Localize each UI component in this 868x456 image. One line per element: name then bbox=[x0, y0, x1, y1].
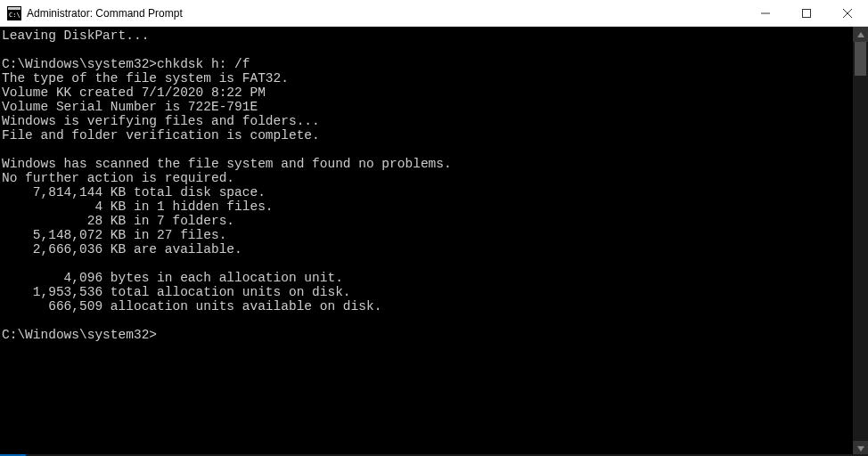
window-title: Administrator: Command Prompt bbox=[27, 7, 183, 20]
window-controls bbox=[745, 0, 868, 26]
terminal-output[interactable]: Leaving DiskPart... C:\Windows\system32>… bbox=[0, 27, 853, 456]
svg-marker-7 bbox=[857, 32, 864, 37]
svg-rect-1 bbox=[8, 7, 20, 10]
console-area: Leaving DiskPart... C:\Windows\system32>… bbox=[0, 27, 868, 456]
svg-text:C:\: C:\ bbox=[9, 12, 20, 19]
close-button[interactable] bbox=[827, 0, 868, 26]
scroll-thumb[interactable] bbox=[855, 42, 866, 76]
cmd-icon: C:\ bbox=[7, 6, 21, 20]
minimize-button[interactable] bbox=[745, 0, 786, 26]
svg-marker-8 bbox=[857, 446, 864, 452]
scroll-up-arrow-icon[interactable] bbox=[853, 27, 868, 42]
maximize-button[interactable] bbox=[786, 0, 827, 26]
vertical-scrollbar[interactable] bbox=[853, 27, 868, 456]
window-titlebar[interactable]: C:\ Administrator: Command Prompt bbox=[0, 0, 868, 27]
svg-rect-4 bbox=[803, 9, 811, 17]
